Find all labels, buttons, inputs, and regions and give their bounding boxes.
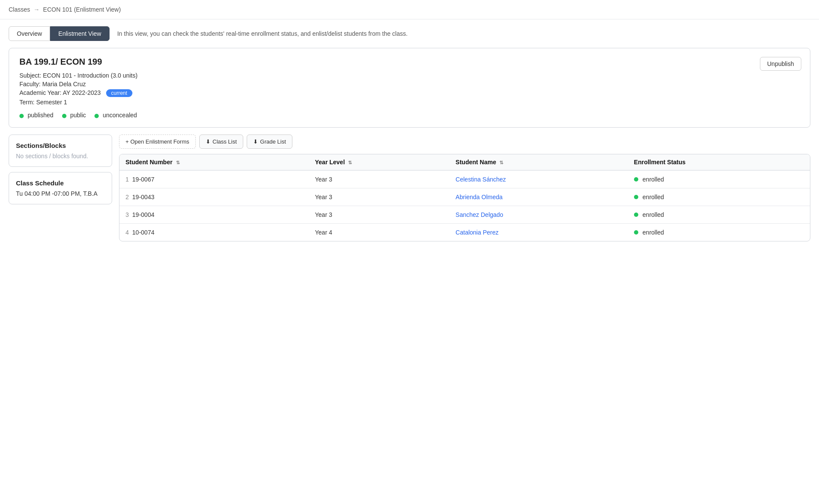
tabs-bar: Overview Enlistment View In this view, y… — [0, 19, 819, 41]
cell-student-number: 4 10-0074 — [119, 224, 309, 241]
student-name-link[interactable]: Abrienda Olmeda — [455, 194, 502, 200]
cell-year-level: Year 3 — [309, 188, 449, 206]
sections-empty: No sections / blocks found. — [16, 153, 105, 160]
class-title: BA 199.1/ ECON 199 — [19, 57, 800, 67]
class-info-card: BA 199.1/ ECON 199 Subject: ECON 101 - I… — [9, 48, 810, 128]
breadcrumb-arrow: → — [34, 6, 40, 13]
cell-year-level: Year 3 — [309, 170, 449, 188]
cell-enrollment-status: enrolled — [628, 224, 810, 241]
student-table: Student Number ⇅ Year Level ⇅ Student Na… — [119, 154, 810, 241]
unpublish-button[interactable]: Unpublish — [760, 57, 801, 71]
published-dot — [19, 114, 24, 118]
sort-student-number-icon: ⇅ — [176, 160, 180, 166]
sections-card: Sections/Blocks No sections / blocks fou… — [9, 135, 112, 167]
col-year-level[interactable]: Year Level ⇅ — [309, 154, 449, 170]
status-text: enrolled — [643, 229, 664, 236]
status-text: enrolled — [643, 211, 664, 218]
student-name-link[interactable]: Sanchez Delgado — [455, 211, 503, 218]
schedule-time: Tu 04:00 PM -07:00 PM, T.B.A — [16, 190, 105, 197]
col-student-name[interactable]: Student Name ⇅ — [449, 154, 628, 170]
cell-enrollment-status: enrolled — [628, 188, 810, 206]
student-name-link[interactable]: Catalonia Perez — [455, 229, 499, 236]
row-num: 4 — [126, 229, 132, 236]
enrolled-dot — [634, 177, 638, 182]
student-name-link[interactable]: Celestina Sánchez — [455, 176, 506, 183]
class-subject: Subject: ECON 101 - Introduction (3.0 un… — [19, 72, 800, 79]
status-public: public — [62, 112, 86, 119]
open-enlistment-button[interactable]: + Open Enlistment Forms — [119, 135, 196, 149]
cell-student-name[interactable]: Sanchez Delgado — [449, 206, 628, 224]
class-term: Term: Semester 1 — [19, 99, 800, 106]
sort-year-level-icon: ⇅ — [348, 160, 352, 166]
row-num: 1 — [126, 176, 132, 183]
col-student-number[interactable]: Student Number ⇅ — [119, 154, 309, 170]
right-column: + Open Enlistment Forms ⬇ Class List ⬇ G… — [119, 135, 810, 241]
current-badge: current — [106, 89, 132, 97]
cell-enrollment-status: enrolled — [628, 170, 810, 188]
cell-student-number: 2 19-0043 — [119, 188, 309, 206]
table-row: 1 19-0067 Year 3 Celestina Sánchez enrol… — [119, 170, 810, 188]
download-icon-gradelist: ⬇ — [253, 138, 258, 145]
row-num: 2 — [126, 194, 132, 200]
breadcrumb-current: ECON 101 (Enlistment View) — [43, 6, 121, 13]
download-icon-classlist: ⬇ — [206, 138, 210, 145]
cell-year-level: Year 3 — [309, 206, 449, 224]
table-row: 2 19-0043 Year 3 Abrienda Olmeda enrolle… — [119, 188, 810, 206]
schedule-card: Class Schedule Tu 04:00 PM -07:00 PM, T.… — [9, 172, 112, 204]
grade-list-button[interactable]: ⬇ Grade List — [247, 135, 292, 149]
status-dots: published public unconcealed — [19, 112, 800, 119]
status-unconcealed: unconcealed — [94, 112, 137, 119]
cell-student-number: 3 19-0004 — [119, 206, 309, 224]
public-dot — [62, 114, 66, 118]
breadcrumb: Classes → ECON 101 (Enlistment View) — [0, 0, 819, 19]
cell-student-name[interactable]: Catalonia Perez — [449, 224, 628, 241]
table-row: 4 10-0074 Year 4 Catalonia Perez enrolle… — [119, 224, 810, 241]
status-text: enrolled — [643, 194, 664, 200]
enrolled-dot — [634, 230, 638, 235]
enrolled-dot — [634, 195, 638, 199]
schedule-title: Class Schedule — [16, 179, 105, 187]
cell-year-level: Year 4 — [309, 224, 449, 241]
sections-title: Sections/Blocks — [16, 142, 105, 149]
status-text: enrolled — [643, 176, 664, 183]
tab-description: In this view, you can check the students… — [117, 30, 408, 37]
table-row: 3 19-0004 Year 3 Sanchez Delgado enrolle… — [119, 206, 810, 224]
unconcealed-dot — [94, 114, 99, 118]
cell-student-number: 1 19-0067 — [119, 170, 309, 188]
class-faculty: Faculty: Maria Dela Cruz — [19, 81, 800, 88]
bottom-layout: Sections/Blocks No sections / blocks fou… — [9, 135, 810, 241]
row-num: 3 — [126, 211, 132, 218]
left-column: Sections/Blocks No sections / blocks fou… — [9, 135, 112, 204]
tab-overview[interactable]: Overview — [9, 26, 50, 41]
status-published: published — [19, 112, 53, 119]
action-bar: + Open Enlistment Forms ⬇ Class List ⬇ G… — [119, 135, 810, 149]
cell-student-name[interactable]: Celestina Sánchez — [449, 170, 628, 188]
col-enrollment-status: Enrollment Status — [628, 154, 810, 170]
sort-student-name-icon: ⇅ — [499, 160, 503, 166]
cell-enrollment-status: enrolled — [628, 206, 810, 224]
class-list-button[interactable]: ⬇ Class List — [199, 135, 243, 149]
tab-enlistment-view[interactable]: Enlistment View — [50, 26, 109, 41]
enrolled-dot — [634, 213, 638, 217]
class-academic-year: Academic Year: AY 2022-2023 current — [19, 89, 800, 97]
cell-student-name[interactable]: Abrienda Olmeda — [449, 188, 628, 206]
breadcrumb-classes[interactable]: Classes — [9, 6, 30, 13]
table-header-row: Student Number ⇅ Year Level ⇅ Student Na… — [119, 154, 810, 170]
